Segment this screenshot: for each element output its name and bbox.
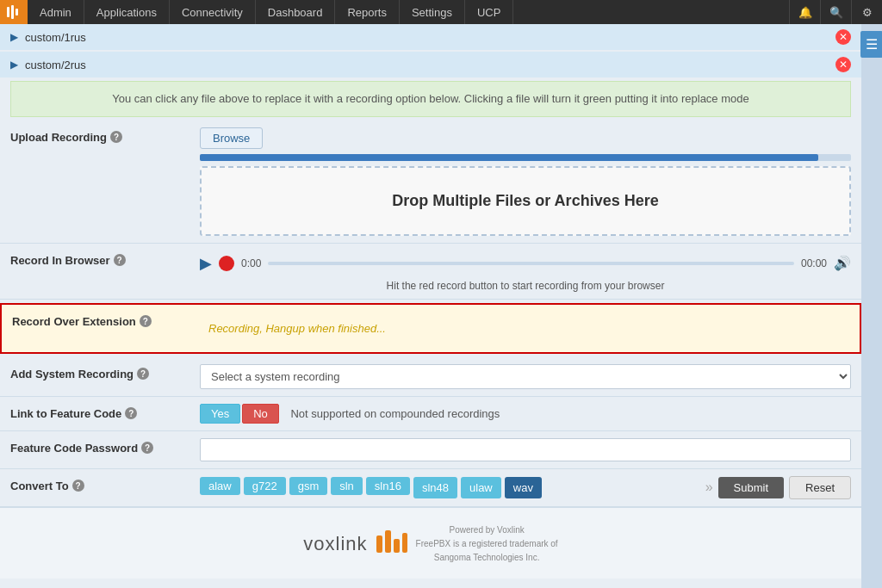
add-system-recording-label: Add System Recording ? (10, 364, 200, 381)
logo-button[interactable] (0, 0, 28, 24)
record-button[interactable] (219, 256, 234, 271)
convert-to-value: alawg722gsmslnsln16sln48ulawwav » Submit… (200, 476, 851, 499)
record-in-browser-label: Record In Browser ? (10, 251, 200, 267)
topnav-right-icons: 🔔 🔍 ⚙ (789, 0, 882, 24)
convert-to-row: Convert To ? alawg722gsmslnsln16sln48ula… (0, 469, 861, 507)
info-box: You can click any file above to replace … (10, 81, 851, 117)
record-in-browser-value: ▶ 0:00 00:00 🔊 Hit the red record button… (200, 251, 851, 292)
codec-btn-sln48[interactable]: sln48 (413, 477, 457, 498)
nav-item-admin[interactable]: Admin (28, 0, 84, 24)
feature-code-password-row: Feature Code Password ? (0, 431, 861, 469)
feature-code-password-help-icon[interactable]: ? (141, 442, 153, 454)
codec-buttons: alawg722gsmslnsln16sln48ulawwav (200, 477, 542, 498)
not-supported-text: Not supported on compounded recordings (290, 407, 500, 420)
browse-button[interactable]: Browse (200, 127, 263, 149)
file-name-2: custom/2rus (25, 59, 835, 71)
link-to-feature-code-help-icon[interactable]: ? (125, 407, 137, 419)
record-in-browser-row: Record In Browser ? ▶ 0:00 00:00 🔊 Hit t… (0, 244, 861, 300)
codec-btn-ulaw[interactable]: ulaw (461, 477, 501, 498)
play-icon-1[interactable]: ▶ (10, 31, 18, 43)
feature-code-password-input[interactable] (200, 438, 851, 461)
footer-legal: Powered by Voxlink FreePBX is a register… (416, 523, 558, 565)
submit-arrow-icon: » (705, 480, 713, 495)
codec-btn-sln[interactable]: sln (331, 477, 363, 495)
codec-btn-gsm[interactable]: gsm (289, 477, 328, 495)
audio-play-button[interactable]: ▶ (200, 254, 212, 273)
svg-rect-5 (394, 539, 400, 553)
codec-btn-g722[interactable]: g722 (244, 477, 286, 495)
audio-track (268, 262, 794, 265)
content-area: ▶ custom/1rus ✕ ▶ custom/2rus ✕ You can … (0, 24, 861, 588)
top-navigation: Admin Applications Connectivity Dashboar… (0, 0, 882, 24)
main-wrapper: ▶ custom/1rus ✕ ▶ custom/2rus ✕ You can … (0, 24, 882, 588)
footer-logo-icon (376, 529, 407, 559)
convert-actions: » Submit Reset (705, 476, 851, 499)
upload-recording-value: Browse Drop Multiple Files or Archives H… (200, 127, 851, 236)
svg-rect-3 (376, 535, 382, 553)
link-to-feature-code-label: Link to Feature Code ? (10, 404, 200, 420)
convert-codec-row: alawg722gsmslnsln16sln48ulawwav » Submit… (200, 476, 851, 499)
upload-recording-label: Upload Recording ? (10, 127, 200, 144)
file-row-2[interactable]: ▶ custom/2rus ✕ (0, 52, 861, 77)
settings-icon[interactable]: ⚙ (851, 0, 882, 24)
footer-logo-text: voxlink (303, 533, 367, 555)
svg-rect-1 (11, 5, 14, 19)
codec-btn-alaw[interactable]: alaw (200, 477, 240, 495)
codec-btn-wav[interactable]: wav (505, 477, 542, 498)
add-system-recording-value: Select a system recording (200, 364, 851, 389)
svg-rect-4 (385, 530, 391, 553)
reset-button[interactable]: Reset (789, 476, 851, 499)
remove-file-2-button[interactable]: ✕ (835, 57, 851, 72)
feature-code-password-label: Feature Code Password ? (10, 438, 200, 455)
add-system-recording-row: Add System Recording ? Select a system r… (0, 357, 861, 397)
svg-rect-0 (7, 7, 9, 17)
nav-item-dashboard[interactable]: Dashboard (256, 0, 336, 24)
upload-progress-fill (200, 154, 818, 161)
recording-status-text: Recording, Hangup when finished... (202, 312, 849, 345)
record-over-extension-label: Record Over Extension ? (12, 312, 202, 328)
yes-button[interactable]: Yes (200, 404, 240, 424)
search-icon[interactable]: 🔍 (820, 0, 851, 24)
nav-item-reports[interactable]: Reports (335, 0, 400, 24)
record-over-extension-help-icon[interactable]: ? (140, 315, 152, 327)
audio-time-end: 00:00 (801, 257, 827, 269)
record-in-browser-help-icon[interactable]: ? (114, 254, 126, 266)
link-to-feature-code-row: Link to Feature Code ? Yes No Not suppor… (0, 397, 861, 431)
upload-recording-row: Upload Recording ? Browse Drop Multiple … (0, 121, 861, 244)
audio-controls: ▶ 0:00 00:00 🔊 (200, 251, 851, 276)
convert-to-label: Convert To ? (10, 476, 200, 492)
system-recording-select[interactable]: Select a system recording (200, 364, 851, 389)
nav-item-connectivity[interactable]: Connectivity (170, 0, 256, 24)
record-over-extension-row: Record Over Extension ? Recording, Hangu… (0, 303, 861, 354)
right-panel: ☰ (861, 24, 882, 588)
notifications-icon[interactable]: 🔔 (789, 0, 820, 24)
add-system-recording-help-icon[interactable]: ? (137, 368, 149, 380)
volume-icon[interactable]: 🔊 (834, 255, 851, 271)
play-icon-2[interactable]: ▶ (10, 59, 18, 71)
submit-button[interactable]: Submit (718, 477, 784, 498)
nav-item-settings[interactable]: Settings (400, 0, 465, 24)
feature-code-password-value (200, 438, 851, 461)
file-name-1: custom/1rus (25, 31, 835, 44)
svg-rect-2 (16, 9, 18, 15)
audio-time-start: 0:00 (241, 257, 261, 269)
upload-recording-help-icon[interactable]: ? (110, 131, 122, 143)
nav-item-ucp[interactable]: UCP (465, 0, 513, 24)
no-button[interactable]: No (242, 404, 279, 424)
svg-rect-6 (402, 533, 407, 553)
link-to-feature-code-value: Yes No Not supported on compounded recor… (200, 404, 851, 424)
codec-btn-sln16[interactable]: sln16 (366, 477, 410, 495)
yes-no-toggle: Yes No (200, 404, 279, 424)
file-row-1[interactable]: ▶ custom/1rus ✕ (0, 24, 861, 50)
panel-toggle-icon[interactable]: ☰ (860, 31, 882, 58)
drop-zone[interactable]: Drop Multiple Files or Archives Here (200, 166, 851, 236)
remove-file-1-button[interactable]: ✕ (835, 29, 851, 45)
record-over-extension-value: Recording, Hangup when finished... (202, 312, 849, 345)
nav-item-applications[interactable]: Applications (84, 0, 170, 24)
audio-hint: Hit the red record button to start recor… (200, 280, 851, 292)
footer-logo: voxlink Powered by Voxlink FreePBX is a … (0, 523, 861, 565)
convert-to-help-icon[interactable]: ? (72, 480, 84, 492)
footer: voxlink Powered by Voxlink FreePBX is a … (0, 507, 861, 579)
upload-progress-bar (200, 154, 851, 161)
